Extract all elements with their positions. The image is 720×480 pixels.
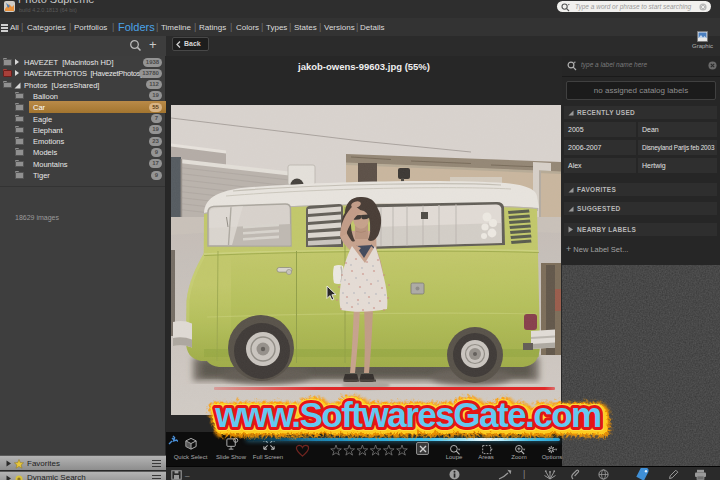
svg-text:www.SoftwaresGate.com: www.SoftwaresGate.com xyxy=(214,395,600,434)
